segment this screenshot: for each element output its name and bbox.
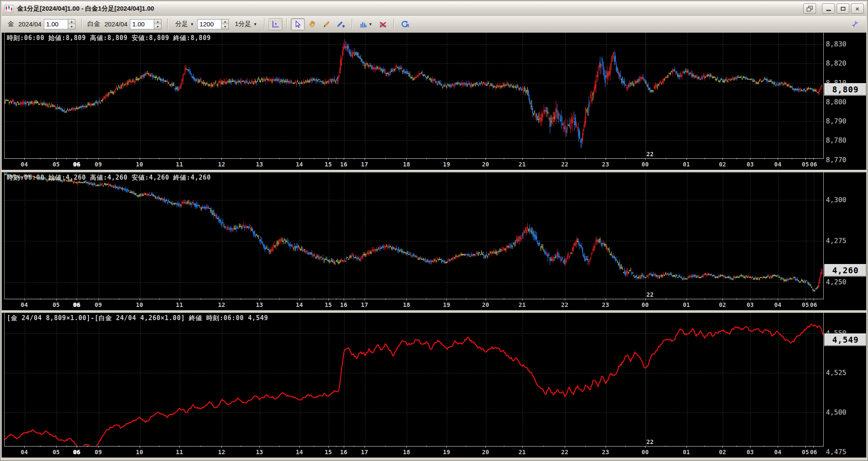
x-axis-label: 01	[683, 449, 690, 455]
bar-count-down-button[interactable]: ▼	[221, 24, 228, 29]
x-axis-label: 11	[176, 301, 183, 308]
bar-count-up-button[interactable]: ▲	[221, 20, 228, 25]
x-axis-tick	[446, 158, 447, 160]
platinum-multiplier-input[interactable]	[130, 19, 154, 29]
x-axis-label: 14	[296, 301, 303, 308]
chart-window: 金1分足[2024/04]1.00 - 白金1分足[2024/04]1.00 ×…	[0, 0, 868, 461]
x-axis-minor-tick	[543, 298, 544, 300]
x-axis-tick	[645, 158, 646, 160]
bar-type-label: 分足	[175, 20, 188, 28]
cascade-windows-button[interactable]	[803, 3, 816, 14]
gold-price-axis: 8,809 8,8308,8208,8108,8008,7908,7808,77…	[824, 33, 866, 170]
x-axis-minor-tick	[385, 446, 386, 447]
x-axis-label: 10	[136, 449, 143, 455]
settings-button[interactable]	[848, 18, 862, 30]
x-axis-minor-tick	[201, 158, 201, 159]
x-axis-label: 19	[443, 449, 450, 455]
maximize-button[interactable]	[836, 3, 849, 14]
x-axis-tick	[56, 446, 57, 448]
highlighter-move-button[interactable]	[334, 18, 348, 30]
x-axis-label: 04	[774, 301, 782, 308]
toolbar-separator	[286, 18, 287, 30]
gold-multiplier-down-button[interactable]: ▼	[68, 24, 75, 29]
x-axis-minor-tick	[354, 298, 354, 300]
x-axis-tick	[687, 158, 687, 160]
bar-interval-dropdown[interactable]: 1分足▼	[233, 19, 259, 29]
x-axis-minor-tick	[810, 446, 810, 447]
svg-text:R: R	[406, 23, 409, 28]
x-axis-label: 09	[95, 161, 102, 168]
x-axis-label: 15	[325, 161, 332, 168]
window-bottom-strip	[2, 458, 866, 461]
x-axis-label: 05	[52, 449, 60, 455]
x-axis-minor-tick	[385, 158, 386, 159]
indicator-menu-button[interactable]: ▼	[356, 18, 375, 30]
x-axis-tick	[606, 158, 606, 160]
x-axis-minor-tick	[792, 298, 792, 300]
bar-type-dropdown[interactable]: 分足▼	[173, 19, 195, 29]
gold-multiplier-up-button[interactable]: ▲	[68, 20, 75, 25]
x-axis-minor-tick	[336, 446, 336, 447]
pan-hand-button[interactable]	[305, 18, 319, 30]
x-axis-tick	[813, 446, 814, 448]
platinum-last-price-badge: 4,260	[824, 264, 867, 277]
toolbar-separator	[394, 18, 394, 30]
pencil-draw-button[interactable]	[320, 18, 333, 30]
x-axis-minor-tick	[426, 298, 427, 300]
x-axis-minor-tick	[354, 446, 354, 447]
x-axis-label: 14	[296, 161, 303, 168]
platinum-multiplier-down-button[interactable]: ▼	[154, 24, 161, 29]
spread-time-axis: 0405060910111213141516171819202122230001…	[4, 446, 824, 458]
x-axis-tick	[140, 298, 140, 301]
x-axis-minor-tick	[426, 446, 427, 447]
y-axis-label: 8,800	[826, 98, 846, 106]
x-axis-minor-tick	[666, 446, 666, 447]
x-axis-label: 05	[802, 301, 809, 308]
spread-info: [金 24/04 8,809×1.00]-[白金 24/04 4,260×1.0…	[7, 314, 268, 322]
x-axis-tick	[179, 158, 180, 160]
pan-hand-icon	[308, 20, 316, 29]
pencil-icon	[322, 20, 331, 29]
x-axis-tick	[722, 446, 723, 448]
platinum-time-axis: 0405060910111213141516171819202122230001…	[4, 298, 824, 310]
minimize-button[interactable]	[822, 3, 835, 14]
x-axis-tick	[645, 446, 646, 448]
x-axis-minor-tick	[426, 158, 427, 159]
x-axis-label: 17	[361, 449, 368, 455]
select-cursor-icon	[293, 20, 302, 29]
platinum-candlestick-chart[interactable]	[5, 172, 823, 298]
x-axis-label: 02	[719, 161, 726, 168]
x-axis-tick	[56, 158, 57, 160]
chevron-down-icon: ▼	[253, 22, 257, 26]
x-axis-tick	[565, 158, 565, 160]
gold-candlestick-chart[interactable]	[5, 33, 823, 158]
x-axis-tick	[722, 298, 723, 301]
select-cursor-button[interactable]	[291, 18, 305, 30]
x-axis-label: 04	[20, 449, 28, 455]
spread-chart-panel: [金 24/04 8,809×1.00]-[白金 24/04 4,260×1.0…	[2, 313, 866, 458]
x-axis-minor-tick	[336, 158, 336, 159]
x-axis-tick	[98, 298, 99, 301]
date-change-label: 22	[647, 291, 654, 298]
x-axis-label: 06	[810, 301, 817, 308]
x-axis-label: 19	[443, 301, 450, 308]
x-axis-tick	[446, 446, 447, 448]
x-axis-label: 16	[340, 301, 348, 308]
x-axis-minor-tick	[585, 446, 586, 447]
x-axis-tick	[179, 298, 180, 301]
indicator-delete-button[interactable]	[376, 18, 390, 30]
x-axis-minor-tick	[736, 446, 737, 447]
x-axis-label: 02	[719, 301, 726, 308]
refresh-button[interactable]: R	[398, 18, 412, 30]
platinum-multiplier-up-button[interactable]: ▲	[154, 20, 161, 25]
spread-line-chart[interactable]	[5, 313, 823, 446]
gold-multiplier-input[interactable]	[44, 19, 68, 29]
x-axis-minor-tick	[625, 446, 626, 447]
toolbar-separator	[264, 18, 265, 30]
close-button[interactable]: ×	[851, 3, 864, 14]
x-axis-label: 09	[95, 301, 102, 308]
bar-count-input[interactable]	[197, 19, 221, 29]
chart-pointer-mode-button[interactable]	[269, 18, 282, 30]
x-axis-minor-tick	[40, 446, 40, 447]
titlebar[interactable]: 金1分足[2024/04]1.00 - 白金1分足[2024/04]1.00 ×	[2, 2, 866, 16]
